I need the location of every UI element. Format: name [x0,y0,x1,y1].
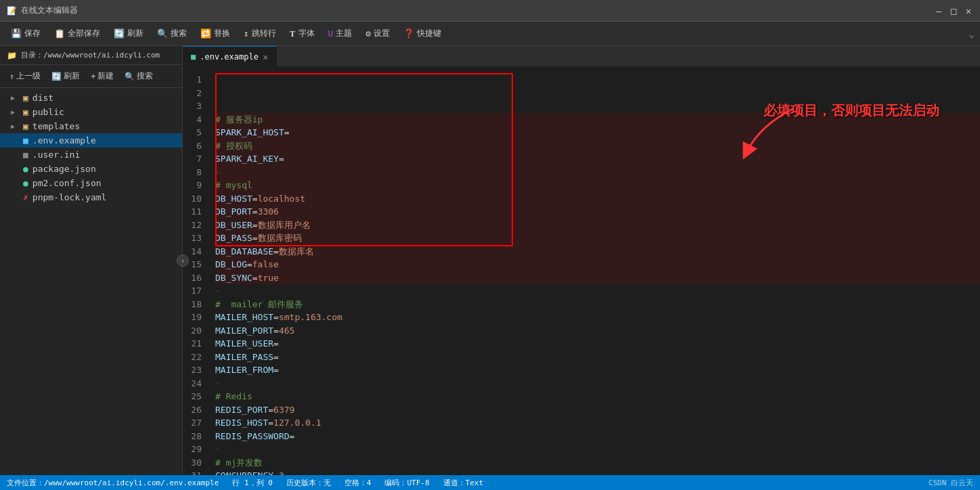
file-ini-icon: ■ [23,150,28,160]
line-numbers: 1234567891011121314151617181920212223242… [183,68,213,475]
font-button[interactable]: T 字体 [284,25,320,42]
tree-item-user-ini[interactable]: ▶ ■ .user.ini [0,148,182,162]
sidebar: 📁 目录：/www/wwwroot/ai.idcyli.com ↑ 上一级 🔄 … [0,46,183,475]
save-button[interactable]: 💾 保存 [5,25,46,42]
line-number: 1 [188,73,202,87]
line-number: 27 [188,416,202,430]
expand-arrow-public-icon: ▶ [11,108,19,116]
code-line: # mj并发数 [215,456,980,470]
folder-icon: 📁 [7,51,17,60]
code-area[interactable]: # 服务器ipSPARK_AI_HOST=# 授权码SPARK_AI_KEY=·… [213,68,980,475]
expand-arrow-icon: ▶ [11,94,19,102]
line-number: 9 [188,179,202,192]
file-yaml-label: pnpm-lock.yaml [32,192,107,202]
save-all-button[interactable]: 📋 全部保存 [49,25,106,42]
tree-item-pnpm-yaml[interactable]: ▶ ✗ pnpm-lock.yaml [0,190,182,204]
line-number: 26 [188,403,202,417]
line-number: 7 [188,152,202,166]
code-line: DB_PORT=3306 [215,205,980,219]
tab-env-example[interactable]: ■ .env.example ✕ [183,46,277,66]
code-line: DB_SYNC=true [215,271,980,285]
folder-dist-label: dist [32,93,53,103]
jump-line-button[interactable]: ↕ 跳转行 [238,25,282,42]
tree-item-dist[interactable]: ▶ ▣ dist [0,91,182,105]
code-line: # Redis [215,390,980,403]
code-line: · [215,284,980,298]
tree-item-templates[interactable]: ▶ ▣ templates [0,119,182,133]
shortcuts-button[interactable]: ❓ 快捷键 [398,25,447,42]
code-line: MAILER_FROM= [215,363,980,377]
line-number: 24 [188,377,202,391]
line-number: 10 [188,192,202,206]
maximize-button[interactable]: □ [949,6,958,16]
line-number: 5 [188,126,202,139]
search-button[interactable]: 🔍 搜索 [152,25,192,42]
file-json-pm2-icon: ● [23,178,28,188]
editor-content[interactable]: 1234567891011121314151617181920212223242… [183,68,980,475]
line-number: 17 [188,284,202,298]
status-watermark: CSDN 白云天 [929,478,973,488]
code-line: MAILER_PORT=465 [215,324,980,338]
line-number: 16 [188,271,202,285]
window-controls: — □ ✕ [934,6,973,16]
sidebar-nav: ↑ 上一级 🔄 刷新 + 新建 🔍 搜索 [0,65,182,88]
code-line: SPARK_AI_KEY= [215,152,980,166]
tree-item-env-example[interactable]: ▶ ■ .env.example [0,133,182,148]
close-button[interactable]: ✕ [964,6,973,16]
code-line: REDIS_PORT=6379 [215,403,980,417]
toolbar-expand-icon[interactable]: ⌄ [969,28,975,39]
line-number: 12 [188,219,202,232]
code-line: · [215,377,980,391]
tab-filename: .env.example [200,52,259,62]
toolbar: 💾 保存 📋 全部保存 🔄 刷新 🔍 搜索 🔁 替换 ↕ 跳转行 T 字体 U … [0,22,980,46]
line-number: 22 [188,351,202,364]
file-ini-label: .user.ini [32,150,80,160]
tree-item-package-json[interactable]: ▶ ● package.json [0,162,182,176]
folder-public-label: public [32,107,64,117]
plus-icon: + [91,72,95,81]
code-line: DB_DATABASE=数据库名 [215,245,980,259]
line-number: 18 [188,298,202,311]
folder-templates-label: templates [32,121,80,131]
tree-item-public[interactable]: ▶ ▣ public [0,105,182,119]
code-line: DB_LOG=false [215,258,980,271]
status-line: 行 1，列 0 [232,478,273,488]
nav-search-button[interactable]: 🔍 搜索 [122,69,156,83]
line-number: 25 [188,390,202,403]
up-arrow-icon: ↑ [9,72,14,81]
refresh-icon: 🔄 [51,72,62,81]
sidebar-collapse-button[interactable]: ‹ [177,254,189,267]
refresh-button[interactable]: 🔄 刷新 [108,25,149,42]
file-json-pkg-icon: ● [23,164,28,174]
line-number: 14 [188,245,202,259]
line-number: 6 [188,139,202,153]
settings-button[interactable]: ⚙ 设置 [360,25,395,42]
code-line: # mailer 邮件服务 [215,298,980,311]
code-line: DB_USER=数据库用户名 [215,219,980,232]
code-line: DB_HOST=localhost [215,192,980,206]
nav-new-button[interactable]: + 新建 [88,69,116,83]
status-bar: 文件位置：/www/wwwroot/ai.idcyli.com/.env.exa… [0,475,980,490]
expand-arrow-templates-icon: ▶ [11,122,19,130]
code-line: REDIS_PASSWORD= [215,430,980,443]
code-line: · [215,443,980,456]
line-number: 11 [188,205,202,219]
app-icon: 📝 [7,6,17,16]
replace-button[interactable]: 🔁 替换 [195,25,236,42]
minimize-button[interactable]: — [934,6,943,16]
line-number: 19 [188,311,202,324]
file-json-pm2-label: pm2.conf.json [32,178,102,188]
code-line: SPARK_AI_HOST= [215,126,980,139]
sidebar-dir-header: 📁 目录：/www/wwwroot/ai.idcyli.com [0,46,182,65]
line-number: 3 [188,99,202,113]
folder-templates-icon: ▣ [23,121,28,131]
nav-up-button[interactable]: ↑ 上一级 [7,69,43,83]
theme-button[interactable]: U 主题 [323,25,358,42]
line-number: 21 [188,337,202,351]
tree-item-pm2-json[interactable]: ▶ ● pm2.conf.json [0,176,182,190]
nav-refresh-button[interactable]: 🔄 刷新 [49,69,83,83]
code-line: MAILER_USER= [215,337,980,351]
tab-close-icon[interactable]: ✕ [263,51,268,62]
line-number: 30 [188,456,202,470]
file-env-icon: ■ [23,135,28,146]
